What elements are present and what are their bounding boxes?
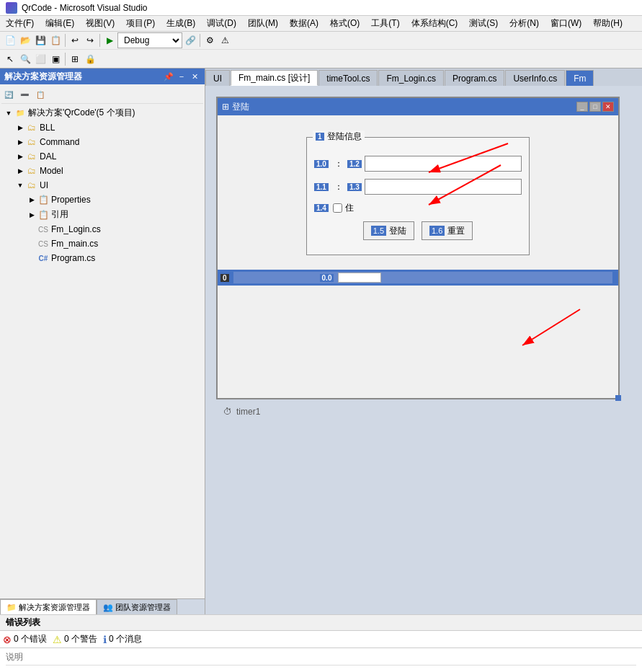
tab-timetool[interactable]: timeTool.cs [318, 70, 378, 86]
tree-solution-root[interactable]: ▼ 📁 解决方案'QrCode'(5 个项目) [1, 105, 203, 120]
toolbars-container: 📄 📂 💾 📋 ↩ ↪ ▶ Debug Release 🔗 ⚙ ⚠ ↖ 🔍 ⬜ … [0, 32, 642, 68]
statusbar-textbox[interactable] [338, 273, 381, 283]
grid-icon[interactable]: ⊞ [68, 52, 82, 66]
expand-model-arrow[interactable]: ▶ [14, 165, 26, 177]
error-list-icon[interactable]: ⚠ [218, 33, 232, 48]
tree-item-dal[interactable]: ▶ 🗂 DAL [1, 149, 203, 164]
tab-userinfo[interactable]: UserInfo.cs [505, 70, 565, 86]
save-all-icon[interactable]: 📋 [48, 33, 63, 48]
error-count-badge[interactable]: ⊗ 0 个错误 [3, 633, 47, 645]
menu-project[interactable]: 项目(P) [120, 16, 161, 31]
refs-label: 引用 [51, 208, 68, 221]
expand-refs-arrow[interactable]: ▶ [26, 209, 37, 221]
menu-format[interactable]: 格式(O) [324, 16, 365, 31]
menu-analyze[interactable]: 分析(N) [504, 16, 545, 31]
timer-icon: ⏱ [223, 407, 232, 417]
tab-fm-main-label: Fm_main.cs [设计] [238, 72, 310, 84]
menu-team[interactable]: 团队(M) [242, 16, 284, 31]
redo-icon[interactable]: ↪ [83, 33, 97, 48]
tree-item-refs[interactable]: ▶ 📋 引用 [1, 207, 203, 222]
expand-command-arrow[interactable]: ▶ [14, 136, 26, 148]
lock-icon[interactable]: 🔒 [83, 52, 97, 66]
debug-config-select[interactable]: Debug Release [117, 32, 182, 48]
open-icon[interactable]: 📂 [18, 33, 32, 48]
form-titlebar-buttons: _ □ ✕ [576, 102, 614, 112]
password-textbox[interactable] [365, 179, 522, 195]
content-area: UI Fm_main.cs [设计] timeTool.cs Fm_Login.… [205, 68, 642, 614]
menu-tools[interactable]: 工具(T) [365, 16, 405, 31]
tab-fm-main[interactable]: Fm_main.cs [设计] [231, 70, 318, 86]
solution-configs-icon[interactable]: ⚙ [202, 33, 217, 48]
design-canvas[interactable]: ⊞ 登陆 _ □ ✕ 1 [205, 86, 642, 614]
align-left-icon[interactable]: ⬜ [33, 52, 48, 66]
reset-button[interactable]: 1.6 重置 [422, 221, 473, 240]
expand-bll-arrow[interactable]: ▶ [14, 122, 26, 133]
run-icon[interactable]: ▶ [102, 33, 117, 48]
tab-ui[interactable]: UI [205, 70, 230, 86]
tree-item-bll[interactable]: ▶ 🗂 BLL [1, 120, 203, 135]
properties-icon: 📋 [37, 194, 49, 205]
solution-tab[interactable]: 📁 解决方案资源管理器 [0, 599, 97, 614]
tab-timetool-label: timeTool.cs [326, 74, 370, 84]
form-close-btn[interactable]: ✕ [602, 102, 614, 112]
login-groupbox: 1 登陆信息 1.0 ： 1.2 [306, 137, 530, 255]
menu-edit[interactable]: 编辑(E) [40, 16, 80, 31]
tree-item-program[interactable]: ▶ C# Program.cs [1, 251, 203, 265]
zoom-icon[interactable]: 🔍 [18, 52, 32, 66]
attach-icon[interactable]: 🔗 [183, 33, 197, 48]
remember-checkbox[interactable] [333, 203, 342, 213]
error-toolbar: ⊗ 0 个错误 ⚠ 0 个警告 ℹ 0 个消息 [0, 631, 642, 648]
resize-handle[interactable] [615, 395, 621, 401]
tree-refresh-icon[interactable]: 🔄 [1, 87, 16, 102]
form-minimize-btn[interactable]: _ [576, 102, 588, 112]
warning-icon: ⚠ [53, 634, 62, 645]
tree-item-model[interactable]: ▶ 🗂 Model [1, 164, 203, 178]
tree-item-fm-main[interactable]: ▶ CS Fm_main.cs [1, 236, 203, 251]
warning-count-badge[interactable]: ⚠ 0 个警告 [53, 633, 97, 645]
menu-file[interactable]: 文件(F) [0, 16, 40, 31]
error-list-panel: 错误列表 ⊗ 0 个错误 ⚠ 0 个警告 ℹ 0 个消息 说明 [0, 614, 642, 672]
username-textbox[interactable] [365, 156, 522, 172]
expand-ui-arrow[interactable]: ▼ [14, 180, 26, 191]
team-tab[interactable]: 👥 团队资源管理器 [97, 599, 177, 614]
undo-icon[interactable]: ↩ [68, 33, 82, 48]
tree-collapse-icon[interactable]: ➖ [17, 87, 32, 102]
menu-window[interactable]: 窗口(W) [545, 16, 587, 31]
expand-dal-arrow[interactable]: ▶ [14, 151, 26, 162]
menu-help[interactable]: 帮助(H) [587, 16, 628, 31]
menu-debug[interactable]: 调试(D) [201, 16, 242, 31]
tree-props-icon[interactable]: 📋 [33, 87, 48, 102]
tab-fm-partial-label: Fm [574, 74, 586, 84]
menu-build[interactable]: 生成(B) [161, 16, 201, 31]
cursor-icon[interactable]: ↖ [3, 52, 17, 66]
align-center-icon[interactable]: ▣ [48, 52, 63, 66]
save-icon[interactable]: 💾 [33, 33, 48, 48]
close-panel-button[interactable]: ✕ [189, 71, 200, 82]
menu-view[interactable]: 视图(V) [80, 16, 120, 31]
tree-item-fm-login[interactable]: ▶ CS Fm_Login.cs [1, 222, 203, 236]
expand-solution-arrow[interactable]: ▼ [3, 107, 14, 119]
message-count-badge[interactable]: ℹ 0 个消息 [103, 633, 142, 645]
login-button[interactable]: 1.5 登陆 [363, 221, 414, 240]
toolbar-row-1: 📄 📂 💾 📋 ↩ ↪ ▶ Debug Release 🔗 ⚙ ⚠ [0, 32, 642, 49]
menu-architecture[interactable]: 体系结构(C) [406, 16, 464, 31]
menu-test[interactable]: 测试(S) [463, 16, 504, 31]
form-body: 1 登陆信息 1.0 ： 1.2 [218, 115, 618, 270]
tree-item-properties[interactable]: ▶ 📋 Properties [1, 193, 203, 207]
lbl11-num: 1.1 [314, 183, 329, 191]
minimize-panel-button[interactable]: − [176, 71, 187, 82]
main-content: 解决方案资源管理器 📌 − ✕ 🔄 ➖ 📋 ▼ 📁 解 [0, 68, 642, 614]
pin-button[interactable]: 📌 [163, 71, 174, 82]
form-maximize-btn[interactable]: □ [589, 102, 601, 112]
tab-fm-login[interactable]: Fm_Login.cs [378, 70, 444, 86]
tree-item-command[interactable]: ▶ 🗂 Command [1, 135, 203, 149]
new-project-icon[interactable]: 📄 [3, 33, 17, 48]
menu-data[interactable]: 数据(A) [284, 16, 324, 31]
tab-program[interactable]: Program.cs [445, 70, 504, 86]
form-row-password: 1.1 ： 1.3 [314, 179, 522, 195]
expand-props-arrow[interactable]: ▶ [26, 194, 37, 205]
tree-item-ui[interactable]: ▼ 🗂 UI [1, 178, 203, 193]
tab-fm-partial[interactable]: Fm [566, 70, 594, 86]
tab-userinfo-label: UserInfo.cs [513, 74, 557, 84]
solution-explorer-header: 解决方案资源管理器 📌 − ✕ [0, 68, 205, 84]
